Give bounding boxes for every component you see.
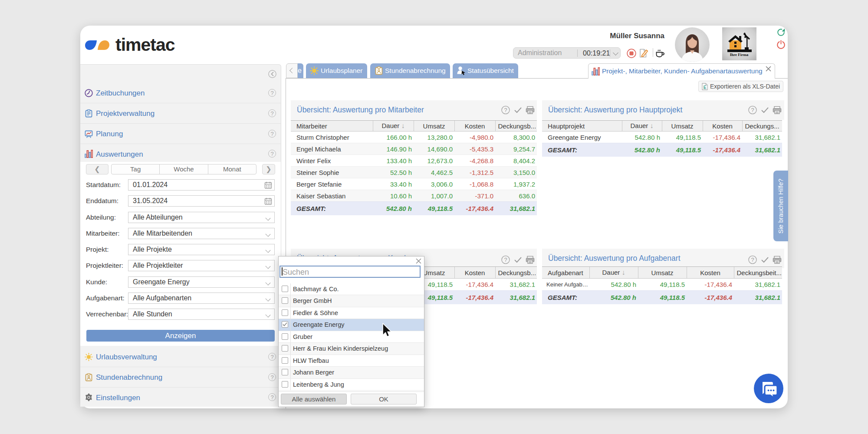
svg-text:?: ? [751,107,754,113]
svg-text:E: E [704,85,707,90]
svg-text:?: ? [504,107,507,113]
svg-text:?: ? [751,256,754,263]
svg-text:Ihre Firma: Ihre Firma [730,53,749,57]
svg-text:?: ? [504,256,507,263]
